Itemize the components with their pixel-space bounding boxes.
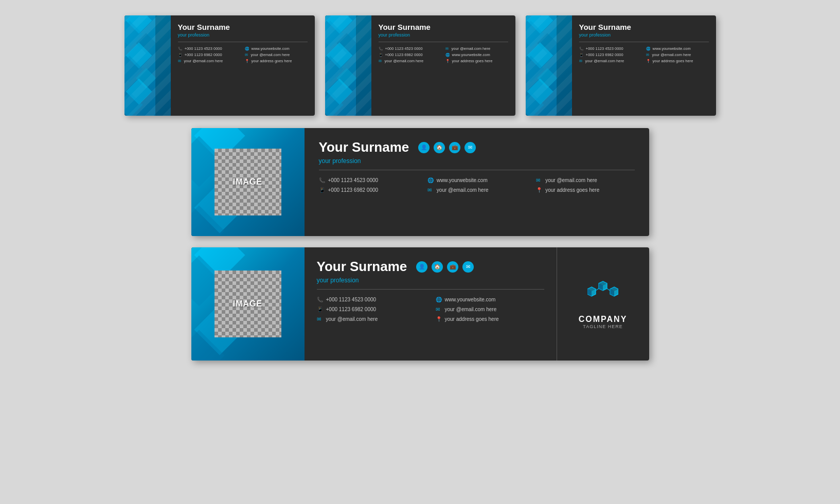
email2-icon: ✉ — [579, 59, 583, 63]
contact-email1: ✉ your @email.com here — [245, 52, 308, 57]
home-icon: 🏠 — [432, 261, 443, 273]
card3-divider — [579, 42, 709, 42]
banner-middle-image: IMAGE — [215, 149, 281, 215]
fax-icon: 📱 — [579, 53, 584, 57]
email-icon: ✉ — [436, 307, 442, 312]
banner-middle-name-row: Your Surname 👤 🏠 💼 ✉ — [319, 139, 635, 155]
email2-icon: ✉ — [379, 59, 383, 63]
c3-web: 🌐 www.yourwebsite.com — [646, 46, 709, 51]
contact-web: 🌐 www.yourwebsite.com — [245, 46, 308, 51]
phone-icon: 📞 — [178, 47, 183, 51]
user-icon: 👤 — [418, 142, 430, 153]
c3-fax: 📱 +000 1123 6982 0000 — [579, 52, 642, 57]
card1-name: Your Surname — [178, 23, 308, 31]
svg-line-12 — [596, 289, 599, 291]
email-icon: ✉ — [245, 53, 249, 57]
c3-phone: 📞 +000 1123 4523 0000 — [579, 46, 642, 51]
banner-middle: IMAGE Your Surname 👤 🏠 💼 ✉ your professi… — [191, 128, 649, 236]
business-card-3: Your Surname your profession 📞 +000 1123… — [526, 15, 716, 116]
briefcase-icon: 💼 — [447, 261, 458, 273]
card1-contacts: 📞 +000 1123 4523 0000 🌐 www.yourwebsite.… — [178, 46, 308, 63]
bb-phone: 📞 +000 1123 4523 0000 — [317, 297, 425, 302]
card1-right-content: Your Surname your profession 📞 +000 1123… — [171, 15, 315, 116]
business-card-2: Your Surname your profession 📞 +000 1123… — [325, 15, 515, 116]
c3-address: 📍 your address goes here — [646, 59, 709, 63]
bm-address: 📍 your address goes here — [536, 187, 634, 193]
top-row-cards: Your Surname your profession 📞 +000 1123… — [21, 15, 819, 116]
phone-icon: 📞 — [579, 47, 584, 51]
email-icon: ✉ — [445, 47, 450, 51]
web-icon: 🌐 — [445, 53, 450, 57]
bb-web: 🌐 www.yourwebsite.com — [436, 297, 544, 302]
banner-bottom-name: Your Surname — [317, 259, 407, 275]
card2-right-content: Your Surname your profession 📞 +000 1123… — [371, 15, 515, 116]
banner-bottom-name-row: Your Surname 👤 🏠 💼 ✉ — [317, 259, 544, 275]
envelope-icon: ✉ — [464, 142, 476, 153]
company-logo — [587, 279, 618, 310]
card2-contacts: 📞 +000 1123 4523 0000 ✉ your @email.com … — [379, 46, 508, 63]
c2-email2: ✉ your @email.com here — [379, 59, 441, 63]
card1-divider — [178, 42, 308, 42]
bm-email2: ✉ your @email.com here — [427, 187, 526, 193]
banner-middle-social: 👤 🏠 💼 ✉ — [418, 142, 476, 153]
banner-middle-contacts: 📞 +000 1123 4523 0000 🌐 www.yourwebsite.… — [319, 177, 635, 193]
web-icon: 🌐 — [427, 177, 434, 183]
pin-icon: 📍 — [445, 59, 450, 63]
pin-icon: 📍 — [245, 59, 249, 63]
contact-fax: 📱 +000 1123 6982 0000 — [178, 52, 241, 57]
c2-email1: ✉ your @email.com here — [445, 46, 508, 51]
bb-email2: ✉ your @email.com here — [317, 316, 425, 322]
banner-middle-left: IMAGE — [191, 128, 305, 236]
bm-fax: 📱 +000 1123 6982 0000 — [319, 187, 417, 193]
banner-bottom-image: IMAGE — [215, 271, 281, 337]
home-icon: 🏠 — [434, 142, 445, 153]
business-card-1: Your Surname your profession 📞 +000 1123… — [124, 15, 315, 116]
bb-fax: 📱 +000 1123 6982 0000 — [317, 307, 425, 312]
envelope-icon: ✉ — [462, 261, 474, 273]
user-icon: 👤 — [416, 261, 427, 273]
briefcase-icon: 💼 — [449, 142, 460, 153]
company-section: COMPANY TAGLINE HERE — [557, 247, 649, 361]
image-label: IMAGE — [233, 177, 262, 187]
c2-phone: 📞 +000 1123 4523 0000 — [379, 46, 441, 51]
banner-bottom: IMAGE Your Surname 👤 🏠 💼 ✉ your professi… — [191, 247, 649, 361]
card1-profession: your profession — [178, 32, 308, 38]
banner-bottom-contacts: 📞 +000 1123 4523 0000 🌐 www.yourwebsite.… — [317, 297, 544, 322]
email-icon: ✉ — [536, 177, 542, 183]
pin-icon: 📍 — [646, 59, 651, 63]
c3-email2: ✉ your @email.com here — [579, 59, 642, 63]
card2-name: Your Surname — [379, 23, 508, 31]
web-icon: 🌐 — [436, 297, 442, 302]
pin-icon: 📍 — [436, 316, 442, 322]
contact-phone: 📞 +000 1123 4523 0000 — [178, 46, 241, 51]
card3-name: Your Surname — [579, 23, 709, 31]
banner-bottom-divider — [317, 289, 544, 290]
bb-email: ✉ your @email.com here — [436, 307, 544, 312]
c3-email1: ✉ your @email.com here — [646, 52, 709, 57]
phone-icon: 📞 — [317, 297, 323, 302]
fax-icon: 📱 — [178, 53, 183, 57]
pin-icon: 📍 — [536, 187, 542, 193]
card2-left-panel — [325, 15, 371, 116]
c2-address: 📍 your address goes here — [445, 59, 508, 63]
company-name: COMPANY — [579, 315, 628, 324]
phone-icon: 📞 — [319, 177, 325, 183]
phone-icon: 📞 — [379, 47, 383, 51]
card3-profession: your profession — [579, 32, 709, 38]
card3-left-panel — [526, 15, 572, 116]
email2-icon: ✉ — [317, 316, 323, 322]
email2-icon: ✉ — [427, 187, 434, 193]
bm-email: ✉ your @email.com here — [536, 177, 634, 183]
c2-web: 🌐 www.yourwebsite.com — [445, 52, 508, 57]
web-icon: 🌐 — [245, 47, 249, 51]
web-icon: 🌐 — [646, 47, 651, 51]
banner-middle-right: Your Surname 👤 🏠 💼 ✉ your profession 📞 +… — [305, 128, 649, 236]
cube-svg — [587, 279, 618, 308]
contact-address: 📍 your address goes here — [245, 59, 308, 63]
fax-icon: 📱 — [379, 53, 383, 57]
card3-contacts: 📞 +000 1123 4523 0000 🌐 www.yourwebsite.… — [579, 46, 709, 63]
banner-bottom-left: IMAGE — [191, 247, 305, 361]
company-tagline: TAGLINE HERE — [583, 324, 622, 329]
email-icon: ✉ — [646, 53, 650, 57]
card2-profession: your profession — [379, 32, 508, 38]
